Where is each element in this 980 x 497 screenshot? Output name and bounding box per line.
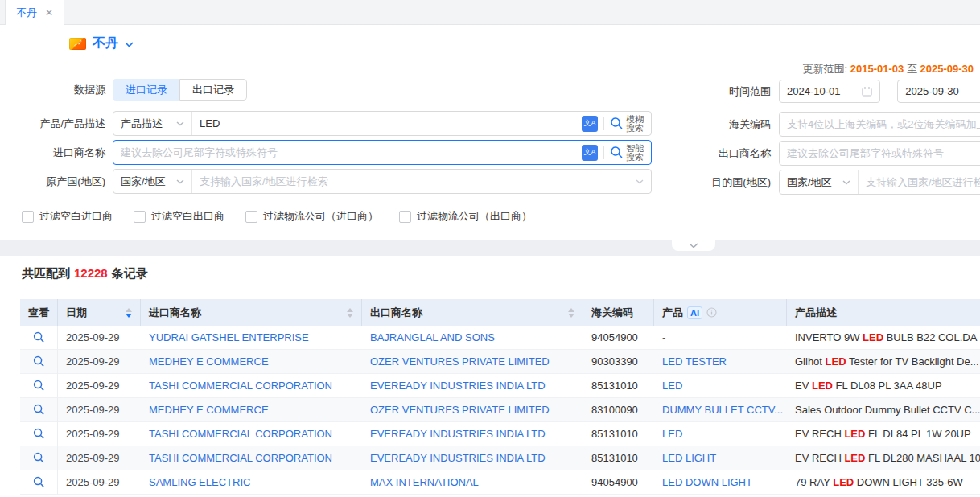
checkbox-filter-logistics-importer[interactable]: 过滤物流公司（进口商） — [245, 209, 378, 224]
translate-icon[interactable]: 文A — [582, 116, 598, 132]
header-importer[interactable]: 进口商名称 — [141, 299, 362, 326]
destination-label: 目的国(地区) — [702, 175, 779, 190]
tab-bar: 不丹 ✕ — [0, 0, 980, 25]
view-record-button[interactable] — [20, 350, 58, 374]
row-importer-link[interactable]: MEDHEY E COMMERCE — [141, 398, 362, 422]
row-product-link[interactable]: - — [654, 326, 787, 350]
row-exporter-link[interactable]: EVEREADY INDUSTRIES INDIA LTD — [362, 374, 583, 398]
origin-group: 国家/地区 — [113, 169, 652, 194]
row-importer-link[interactable]: TASHI COMMERCIAL CORPORATION — [141, 446, 362, 470]
sort-date[interactable] — [121, 308, 132, 318]
divider — [603, 117, 604, 130]
origin-input-chevron — [628, 179, 651, 184]
row-date: 2025-09-29 — [58, 398, 141, 422]
checkbox-filter-logistics-exporter[interactable]: 过滤物流公司（出口商） — [399, 209, 532, 224]
sort-importer[interactable] — [342, 308, 353, 318]
row-importer-link[interactable]: TASHI COMMERCIAL CORPORATION — [141, 422, 362, 446]
row-description: EV RECH LED FL DL280 MASHAAL 10... — [787, 446, 980, 470]
row-importer-link[interactable]: TASHI COMMERCIAL CORPORATION — [141, 374, 362, 398]
destination-type-select[interactable]: 国家/地区 — [780, 170, 859, 194]
chevron-down-icon[interactable] — [125, 42, 134, 47]
fuzzy-search-button[interactable]: 模糊搜索 — [610, 115, 644, 133]
row-exporter-link[interactable]: OZER VENTURES PRIVATE LIMITED — [362, 350, 583, 374]
row-product-link[interactable]: DUMMY BULLET CCTV... — [654, 398, 787, 422]
importer-input-group: 文A 智能搜索 — [113, 140, 652, 165]
row-exporter-link[interactable]: EVEREADY INDUSTRIES INDIA LTD — [362, 422, 583, 446]
view-record-button[interactable] — [20, 446, 58, 470]
product-label: 产品/产品描述 — [0, 117, 113, 131]
view-record-button[interactable] — [20, 470, 58, 495]
row-product-link[interactable]: LED — [654, 374, 787, 398]
row-exporter-link[interactable]: BAJRANGLAL AND SONS — [362, 326, 583, 350]
view-record-button[interactable] — [20, 422, 58, 446]
product-row: 产品/产品描述 产品描述 文A 模糊搜索 — [0, 111, 652, 136]
importer-label: 进口商名称 — [0, 146, 113, 160]
exporter-row: 出口商名称 — [702, 141, 980, 166]
info-icon[interactable] — [706, 307, 717, 318]
row-importer-link[interactable]: MEDHEY E COMMERCE — [141, 350, 362, 374]
ai-badge: AI — [687, 306, 702, 319]
product-type-select[interactable]: 产品描述 — [113, 112, 192, 135]
date-end-input[interactable]: 2025-09-30 — [897, 80, 980, 103]
checkbox-filter-blank-importer[interactable]: 过滤空白进口商 — [22, 209, 113, 224]
search-icon — [610, 117, 624, 130]
filter-panel: 不丹 更新范围: 2015-01-03 至 2025-09-30 数据源 进口记… — [0, 25, 980, 240]
row-hs-code: 83100090 — [583, 398, 654, 422]
tab-import-records[interactable]: 进口记录 — [113, 79, 179, 101]
row-product-link[interactable]: LED TESTER — [654, 350, 787, 374]
collapse-panel-button[interactable] — [672, 240, 715, 251]
product-type-value: 产品描述 — [121, 117, 163, 131]
row-description: EV LED FL DL08 PL 3AA 48UP — [787, 374, 980, 398]
magnifier-icon — [33, 380, 45, 392]
chevron-down-icon[interactable] — [636, 179, 644, 184]
row-description: 79 RAY LED DOWN LIGHT 335-6W — [787, 470, 980, 495]
row-description: Sales Outdoor Dummy Bullet CCTV C... — [787, 398, 980, 422]
table-row: 2025-09-29 TASHI COMMERCIAL CORPORATION … — [20, 374, 980, 398]
date-start-input[interactable]: 2024-10-01 — [779, 80, 880, 103]
sort-exporter[interactable] — [563, 308, 574, 318]
checkbox-filter-blank-exporter[interactable]: 过滤空白出口商 — [134, 209, 224, 224]
table-body: 2025-09-29 YUDRAI GATSHEL ENTERPRISE BAJ… — [20, 326, 980, 495]
origin-country-input[interactable] — [192, 170, 628, 193]
close-icon[interactable]: ✕ — [45, 7, 53, 18]
row-product-link[interactable]: LED — [654, 422, 787, 446]
exporter-input[interactable] — [780, 142, 980, 165]
destination-row: 目的国(地区) 国家/地区 — [702, 170, 980, 195]
view-record-button[interactable] — [20, 326, 58, 350]
view-record-button[interactable] — [20, 374, 58, 398]
checkbox-icon — [245, 211, 257, 223]
header-date[interactable]: 日期 — [58, 299, 141, 326]
row-exporter-link[interactable]: OZER VENTURES PRIVATE LIMITED — [362, 398, 583, 422]
update-range-label: 更新范围: — [803, 63, 848, 75]
header-exporter[interactable]: 出口商名称 — [362, 299, 583, 326]
destination-country-input[interactable] — [859, 170, 980, 194]
importer-input[interactable] — [113, 141, 574, 164]
view-record-button[interactable] — [20, 398, 58, 422]
row-product-link[interactable]: LED DOWN LIGHT — [654, 470, 787, 495]
row-exporter-link[interactable]: MAX INTERNATIONAL — [362, 470, 583, 495]
smart-search-button[interactable]: 智能搜索 — [610, 144, 644, 162]
magnifier-icon — [33, 404, 45, 416]
magnifier-icon — [33, 476, 45, 488]
tab-export-records[interactable]: 出口记录 — [179, 79, 247, 101]
trade-data-app: 不丹 ✕ 不丹 更新范围: 2015-01-03 至 2025-09-30 数据… — [0, 0, 980, 497]
row-importer-link[interactable]: YUDRAI GATSHEL ENTERPRISE — [141, 326, 362, 350]
hs-code-label: 海关编码 — [702, 117, 779, 132]
row-importer-link[interactable]: SAMLING ELECTRIC — [141, 470, 362, 495]
translate-icon[interactable]: 文A — [582, 145, 598, 161]
date-start-value: 2024-10-01 — [787, 85, 841, 97]
product-search-input[interactable] — [192, 112, 574, 135]
hs-code-input[interactable] — [780, 113, 980, 136]
update-range: 更新范围: 2015-01-03 至 2025-09-30 — [803, 62, 974, 76]
country-header[interactable]: 不丹 — [69, 35, 134, 52]
tab-bhutan[interactable]: 不丹 ✕ — [5, 0, 64, 25]
update-range-to-word: 至 — [907, 63, 917, 75]
chevron-down-icon — [689, 243, 698, 249]
hs-code-row: 海关编码 — [702, 112, 980, 137]
row-exporter-link[interactable]: EVEREADY INDUSTRIES INDIA LTD — [362, 446, 583, 470]
checkbox-icon — [134, 211, 146, 223]
table-row: 2025-09-29 TASHI COMMERCIAL CORPORATION … — [20, 422, 980, 446]
origin-type-select[interactable]: 国家/地区 — [113, 170, 192, 193]
row-product-link[interactable]: LED LIGHT — [654, 446, 787, 470]
row-hs-code: 85131010 — [583, 374, 654, 398]
